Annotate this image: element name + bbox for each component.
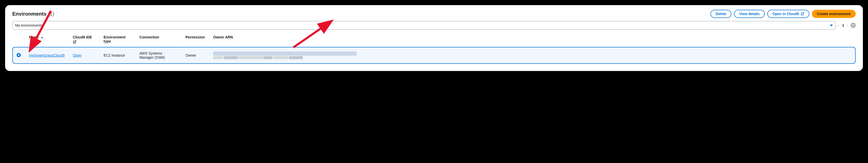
row-connection-cell: AWS Systems Manager (SSM) [135, 47, 181, 64]
settings-gear-icon[interactable] [850, 23, 856, 28]
column-cloud9-ide[interactable]: Cloud9 IDE [69, 33, 99, 47]
redacted-owner-arn [213, 52, 851, 59]
table-row[interactable]: myGreenGrassCloud9 Open EC2 instance AWS… [12, 47, 856, 64]
environments-panel: Environments (1) Delete View details Ope… [5, 5, 863, 71]
page-title-wrap: Environments (1) [12, 11, 54, 17]
column-name[interactable]: Name ▲ [25, 33, 69, 47]
action-buttons: Delete View details Open in Cloud9 Creat… [710, 10, 856, 18]
row-ide-cell: Open [69, 47, 99, 64]
environment-filter-label: My environments [15, 23, 42, 27]
delete-button[interactable]: Delete [710, 10, 732, 18]
svg-point-0 [852, 25, 854, 26]
view-details-button[interactable]: View details [734, 10, 765, 18]
column-env-type[interactable]: Environment type [99, 33, 135, 47]
open-in-cloud9-label: Open in Cloud9 [772, 12, 799, 16]
open-in-cloud9-button[interactable]: Open in Cloud9 [767, 10, 809, 18]
column-owner-label: Owner ARN [213, 35, 851, 39]
row-type-cell: EC2 instance [99, 47, 135, 64]
create-environment-button[interactable]: Create environment [812, 10, 856, 18]
table-header-row: Name ▲ Cloud9 IDE Environment [12, 33, 856, 47]
open-ide-link[interactable]: Open [73, 53, 82, 57]
column-permission[interactable]: Permission [181, 33, 209, 47]
column-connection[interactable]: Connection [135, 33, 181, 47]
row-owner-cell [209, 47, 856, 64]
caret-down-icon [830, 25, 833, 26]
row-permission-cell: Owner [181, 47, 209, 64]
row-select-cell[interactable] [12, 47, 25, 64]
column-type-label: Environment type [103, 35, 131, 43]
row-name-cell: myGreenGrassCloud9 [25, 47, 69, 64]
page-title: Environments [12, 11, 46, 17]
environment-filter-select[interactable]: My environments [12, 21, 836, 30]
radio-selected-icon[interactable] [17, 53, 21, 57]
column-owner-arn[interactable]: Owner ARN [209, 33, 856, 47]
pagination: ‹ 1 › [838, 23, 848, 28]
environments-table: Name ▲ Cloud9 IDE Environment [12, 33, 856, 64]
sort-asc-icon: ▲ [41, 36, 43, 39]
page-number: 1 [842, 23, 844, 27]
column-connection-label: Connection [140, 35, 177, 39]
external-link-icon [801, 12, 804, 15]
column-permission-label: Permission [185, 35, 205, 39]
page-prev-button[interactable]: ‹ [838, 23, 840, 28]
column-ide-label: Cloud9 IDE [73, 35, 95, 39]
column-name-label: Name [29, 35, 39, 39]
environment-name-link[interactable]: myGreenGrassCloud9 [29, 53, 65, 57]
column-select [12, 33, 25, 47]
page-next-button[interactable]: › [847, 23, 848, 28]
environments-table-wrap: Name ▲ Cloud9 IDE Environment [12, 32, 856, 64]
page-title-count: (1) [48, 11, 54, 17]
filter-row: My environments ‹ 1 › [12, 21, 856, 30]
external-link-icon [73, 40, 76, 44]
header-row: Environments (1) Delete View details Ope… [12, 10, 856, 18]
